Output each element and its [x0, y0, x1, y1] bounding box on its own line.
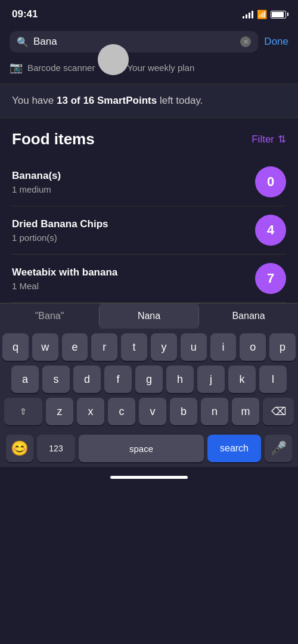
key-s[interactable]: s: [42, 366, 70, 393]
barcode-scanner-action[interactable]: 📷 Barcode scanner: [10, 61, 95, 74]
key-t[interactable]: t: [121, 333, 147, 361]
key-j[interactable]: j: [197, 366, 225, 393]
status-icons: 📶: [243, 10, 286, 19]
key-search[interactable]: search: [207, 435, 261, 462]
keyboard: q w e r t y u i o p a s d f g h j k l ⇧ …: [0, 329, 298, 432]
food-item-info-banana: Banana(s) 1 medium: [12, 170, 255, 194]
search-input[interactable]: [33, 36, 235, 48]
food-item-portion-banana: 1 medium: [12, 184, 255, 194]
key-z[interactable]: z: [46, 398, 73, 425]
home-indicator: [0, 467, 298, 487]
done-button[interactable]: Done: [264, 36, 288, 48]
status-time: 09:41: [12, 8, 38, 20]
weekly-plan-label: Your weekly plan: [127, 63, 194, 73]
food-item-weetabix[interactable]: Weetabix with banana 1 Meal 7: [12, 255, 286, 303]
quick-actions-row: 📷 Barcode scanner 📋 Your weekly plan: [0, 57, 298, 83]
food-item-portion-weetabix: 1 Meal: [12, 281, 255, 291]
key-backspace[interactable]: ⌫: [263, 398, 294, 425]
barcode-label: Barcode scanner: [27, 63, 95, 73]
key-d[interactable]: d: [73, 366, 101, 393]
keyboard-row-3: ⇧ z x c v b n m ⌫: [2, 398, 296, 425]
food-item-dried-banana[interactable]: Dried Banana Chips 1 portion(s) 4: [12, 206, 286, 255]
smartpoints-section: You have 13 of 16 SmartPoints left today…: [0, 83, 298, 118]
key-w[interactable]: w: [32, 333, 58, 361]
home-indicator-bar: [110, 476, 188, 479]
key-shift[interactable]: ⇧: [4, 398, 42, 425]
keyboard-row-1: q w e r t y u i o p: [2, 333, 296, 361]
food-items-title: Food items: [12, 130, 95, 148]
key-emoji[interactable]: 😊: [6, 435, 33, 462]
voice-circle: [98, 44, 129, 75]
autocomplete-banana[interactable]: Banana: [199, 304, 298, 329]
search-bar-container: 🔍 ✕ Done: [0, 26, 298, 57]
key-p[interactable]: p: [269, 333, 296, 361]
key-space[interactable]: space: [79, 435, 204, 462]
smartpoints-text: You have 13 of 16 SmartPoints left today…: [12, 95, 286, 107]
autocomplete-nana[interactable]: Nana: [100, 304, 198, 329]
key-x[interactable]: x: [77, 398, 104, 425]
search-label: search: [220, 443, 249, 454]
emoji-icon: 😊: [11, 440, 29, 457]
key-g[interactable]: g: [135, 366, 163, 393]
clear-button[interactable]: ✕: [240, 36, 251, 47]
key-y[interactable]: y: [151, 333, 177, 361]
key-o[interactable]: o: [240, 333, 266, 361]
key-a[interactable]: a: [11, 366, 39, 393]
food-item-info-dried-banana: Dried Banana Chips 1 portion(s): [12, 218, 255, 243]
key-f[interactable]: f: [104, 366, 132, 393]
barcode-icon: 📷: [10, 61, 23, 74]
food-item-banana[interactable]: Banana(s) 1 medium 0: [12, 158, 286, 206]
key-h[interactable]: h: [166, 366, 194, 393]
key-q[interactable]: q: [2, 333, 29, 361]
key-v[interactable]: v: [139, 398, 166, 425]
key-n[interactable]: n: [201, 398, 228, 425]
points-badge-weetabix: 7: [255, 263, 286, 294]
battery-icon: [271, 11, 286, 18]
wifi-icon: 📶: [257, 10, 267, 19]
food-item-name-banana: Banana(s): [12, 170, 255, 182]
keyboard-row-2: a s d f g h j k l: [2, 366, 296, 393]
filter-label: Filter: [252, 134, 274, 145]
space-label: space: [129, 444, 153, 454]
filter-icon: ⇅: [278, 133, 286, 145]
food-items-header: Food items Filter ⇅: [12, 130, 286, 148]
food-item-info-weetabix: Weetabix with banana 1 Meal: [12, 267, 255, 291]
key-k[interactable]: k: [228, 366, 256, 393]
search-input-wrapper: 🔍 ✕: [10, 31, 258, 52]
key-r[interactable]: r: [91, 333, 117, 361]
filter-button[interactable]: Filter ⇅: [252, 133, 286, 145]
key-c[interactable]: c: [108, 398, 135, 425]
key-u[interactable]: u: [181, 333, 207, 361]
key-i[interactable]: i: [210, 333, 237, 361]
food-item-name-weetabix: Weetabix with banana: [12, 267, 255, 278]
autocomplete-row: "Bana" Nana Banana: [0, 303, 298, 329]
autocomplete-bana[interactable]: "Bana": [0, 304, 99, 329]
status-bar: 09:41 📶: [0, 0, 298, 26]
keyboard-bottom-row: 😊 123 space search 🎤: [0, 432, 298, 467]
search-icon: 🔍: [17, 36, 29, 48]
mic-icon: 🎤: [271, 441, 287, 456]
key-e[interactable]: e: [62, 333, 88, 361]
points-badge-banana: 0: [255, 166, 286, 197]
food-item-name-dried-banana: Dried Banana Chips: [12, 218, 255, 230]
key-b[interactable]: b: [170, 398, 197, 425]
signal-icon: [243, 10, 253, 18]
food-items-section: Food items Filter ⇅ Banana(s) 1 medium 0…: [0, 118, 298, 303]
key-m[interactable]: m: [232, 398, 259, 425]
food-item-portion-dried-banana: 1 portion(s): [12, 233, 255, 243]
key-mic[interactable]: 🎤: [265, 435, 292, 462]
points-badge-dried-banana: 4: [255, 215, 286, 246]
key-l[interactable]: l: [259, 366, 287, 393]
numbers-label: 123: [49, 444, 63, 453]
key-numbers[interactable]: 123: [37, 435, 75, 462]
